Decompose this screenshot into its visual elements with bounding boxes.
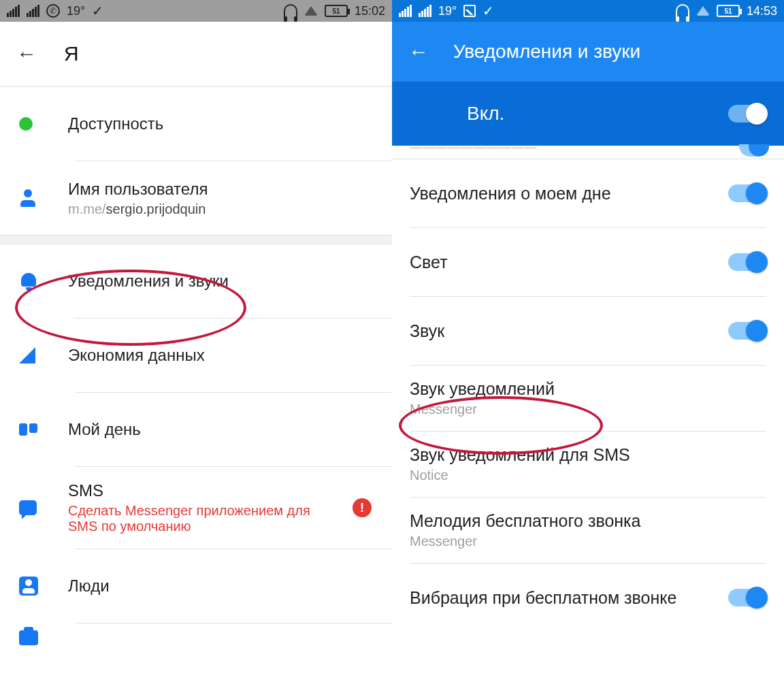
toggle-switch[interactable] bbox=[728, 184, 766, 202]
row-label: Свет bbox=[410, 253, 448, 272]
sms-notification-sound-row[interactable]: Звук уведомлений для SMS Notice bbox=[392, 432, 784, 497]
presence-dot-icon bbox=[19, 117, 33, 131]
row-label: Звук bbox=[410, 321, 444, 341]
battery-icon: 51 bbox=[717, 5, 740, 17]
row-sublabel: Messenger bbox=[410, 534, 641, 549]
page-title: Я bbox=[64, 42, 79, 65]
row-sublabel: m.me/sergio.prijodquin bbox=[68, 201, 378, 217]
vibration-row-cut[interactable]: ▄▄▄▄▄▄▄▄▄▄ bbox=[392, 146, 784, 159]
row-label: Люди bbox=[68, 577, 378, 596]
my-day-icon bbox=[19, 423, 37, 436]
check-icon: ✓ bbox=[483, 3, 494, 19]
toggle-switch[interactable] bbox=[739, 144, 766, 157]
picture-icon bbox=[463, 5, 476, 17]
people-icon bbox=[19, 577, 38, 596]
row-label: Доступность bbox=[68, 114, 378, 133]
notification-sound-row[interactable]: Звук уведомлений Messenger bbox=[392, 366, 784, 431]
my-day-notifications-row[interactable]: Уведомления о моем дне bbox=[392, 159, 784, 227]
master-toggle-label: Вкл. bbox=[467, 103, 504, 125]
sound-row[interactable]: Звук bbox=[392, 297, 784, 365]
status-bar: 19° ✓ 51 14:53 bbox=[392, 0, 784, 22]
row-label: Мелодия бесплатного звонка bbox=[410, 511, 641, 531]
notifications-sounds-row[interactable]: Уведомления и звуки bbox=[0, 244, 392, 318]
row-sublabel: Сделать Messenger приложением для SMS по… bbox=[68, 503, 313, 534]
headphones-icon bbox=[676, 4, 689, 18]
clock: 15:02 bbox=[355, 4, 385, 18]
toggle-switch[interactable] bbox=[728, 253, 766, 271]
username-row[interactable]: Имя пользователя m.me/sergio.prijodquin bbox=[0, 161, 392, 235]
row-label: Уведомления о моем дне bbox=[410, 184, 611, 204]
row-label: Звук уведомлений для SMS bbox=[410, 445, 630, 465]
alert-badge-icon: ! bbox=[353, 498, 372, 517]
row-label: Мой день bbox=[68, 420, 378, 439]
sms-row[interactable]: SMS Сделать Messenger приложением для SM… bbox=[0, 467, 392, 549]
row-label: Экономия данных bbox=[68, 346, 378, 365]
data-saver-icon bbox=[19, 347, 35, 363]
wifi-icon bbox=[696, 6, 710, 16]
left-screenshot: ✆ 19° ✓ 51 15:02 ← Я Доступность bbox=[0, 0, 392, 697]
row-label: Имя пользователя bbox=[68, 180, 378, 199]
signal-icon bbox=[399, 5, 412, 17]
people-row[interactable]: Люди bbox=[0, 549, 392, 623]
row-label: SMS bbox=[68, 481, 353, 500]
viber-icon: ✆ bbox=[46, 4, 60, 18]
temperature: 19° bbox=[438, 4, 457, 18]
light-row[interactable]: Свет bbox=[392, 228, 784, 296]
availability-row[interactable]: Доступность bbox=[0, 87, 392, 161]
toggle-switch[interactable] bbox=[728, 589, 766, 606]
headphones-icon bbox=[284, 4, 297, 18]
person-icon bbox=[19, 189, 37, 207]
check-icon: ✓ bbox=[92, 3, 103, 19]
back-button[interactable]: ← bbox=[408, 40, 429, 63]
free-call-vibration-row[interactable]: Вибрация при бесплатном звонке bbox=[392, 564, 784, 632]
camera-icon bbox=[19, 630, 38, 645]
page-title: Уведомления и звуки bbox=[453, 41, 640, 63]
signal-icon bbox=[419, 5, 431, 17]
battery-icon: 51 bbox=[325, 5, 348, 17]
toggle-switch[interactable] bbox=[728, 105, 766, 123]
my-day-row[interactable]: Мой день bbox=[0, 393, 392, 466]
master-toggle-row[interactable]: Вкл. bbox=[392, 82, 784, 146]
free-call-melody-row[interactable]: Мелодия бесплатного звонка Messenger bbox=[392, 498, 784, 563]
cut-off-row[interactable] bbox=[0, 623, 392, 645]
row-label: Звук уведомлений bbox=[410, 379, 555, 399]
row-sublabel: Notice bbox=[410, 468, 630, 483]
data-saver-row[interactable]: Экономия данных bbox=[0, 319, 392, 392]
row-sublabel: Messenger bbox=[410, 402, 555, 417]
signal-icon bbox=[27, 5, 39, 17]
status-bar: ✆ 19° ✓ 51 15:02 bbox=[0, 0, 392, 22]
back-button[interactable]: ← bbox=[16, 42, 37, 65]
temperature: 19° bbox=[67, 4, 85, 18]
app-header: ← Я bbox=[0, 22, 392, 87]
toggle-switch[interactable] bbox=[728, 322, 766, 340]
bell-icon bbox=[19, 272, 38, 291]
chat-icon bbox=[19, 500, 37, 515]
row-label: ▄▄▄▄▄▄▄▄▄▄ bbox=[410, 137, 537, 148]
row-label: Вибрация при бесплатном звонке bbox=[410, 588, 676, 608]
signal-icon bbox=[7, 5, 20, 17]
row-label: Уведомления и звуки bbox=[68, 272, 378, 291]
app-header: ← Уведомления и звуки bbox=[392, 22, 784, 82]
wifi-icon bbox=[304, 6, 318, 16]
right-screenshot: 19° ✓ 51 14:53 ← Уведомления и звуки Вкл… bbox=[392, 0, 784, 697]
clock: 14:53 bbox=[747, 4, 777, 18]
